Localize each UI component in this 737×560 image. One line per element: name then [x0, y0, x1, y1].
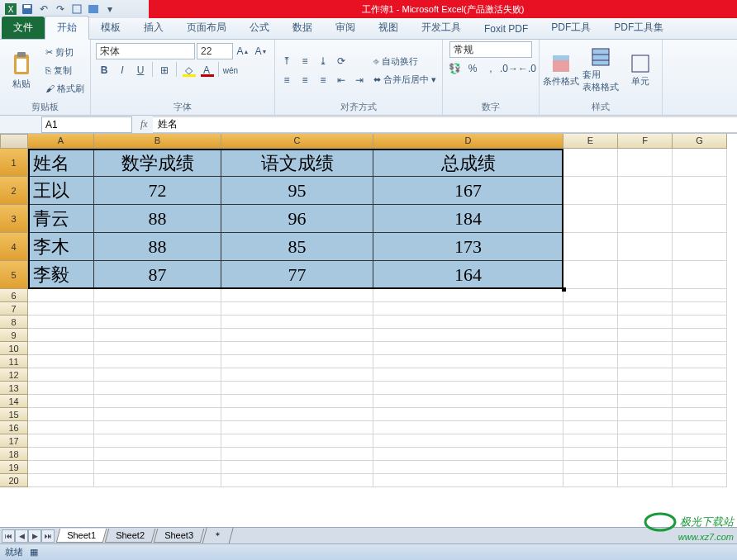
empty-cell[interactable]: [373, 289, 563, 302]
data-cell[interactable]: 87: [94, 261, 221, 289]
empty-cell[interactable]: [563, 434, 618, 448]
empty-cell[interactable]: [618, 177, 673, 205]
empty-cell[interactable]: [221, 408, 373, 421]
row-header[interactable]: 15: [0, 408, 28, 421]
data-cell[interactable]: 姓名: [28, 149, 94, 177]
empty-cell[interactable]: [563, 382, 618, 395]
empty-cell[interactable]: [373, 302, 563, 316]
row-header[interactable]: 16: [0, 421, 28, 434]
empty-cell[interactable]: [673, 177, 727, 205]
empty-cell[interactable]: [28, 355, 94, 368]
decrease-font-icon[interactable]: A▼: [253, 43, 269, 59]
tab-template[interactable]: 模板: [89, 17, 132, 39]
empty-cell[interactable]: [563, 448, 618, 461]
cut-button[interactable]: ✂剪切: [43, 44, 87, 60]
row-header[interactable]: 6: [0, 289, 28, 302]
empty-cell[interactable]: [221, 316, 373, 329]
redo-icon[interactable]: ↷: [53, 2, 68, 17]
data-cell[interactable]: 数学成绩: [94, 149, 221, 177]
empty-cell[interactable]: [673, 355, 727, 368]
undo-icon[interactable]: ↶: [36, 2, 51, 17]
empty-cell[interactable]: [221, 342, 373, 355]
empty-cell[interactable]: [563, 329, 618, 342]
empty-cell[interactable]: [673, 395, 727, 408]
comma-icon[interactable]: ,: [483, 60, 499, 77]
row-header[interactable]: 19: [0, 461, 28, 474]
empty-cell[interactable]: [673, 342, 727, 355]
empty-cell[interactable]: [618, 368, 673, 382]
empty-cell[interactable]: [221, 448, 373, 461]
row-header[interactable]: 14: [0, 395, 28, 408]
font-color-button[interactable]: A: [198, 62, 215, 78]
row-header[interactable]: 9: [0, 329, 28, 342]
row-header[interactable]: 2: [0, 177, 28, 205]
table-format-button[interactable]: 套用 表格格式: [582, 43, 619, 97]
sheet-nav-first-icon[interactable]: ⏮: [2, 529, 15, 543]
empty-cell[interactable]: [94, 355, 221, 368]
empty-cell[interactable]: [673, 421, 727, 434]
tab-review[interactable]: 审阅: [324, 17, 367, 39]
col-header-A[interactable]: A: [28, 134, 94, 149]
empty-cell[interactable]: [618, 316, 673, 329]
underline-button[interactable]: U: [132, 62, 149, 78]
data-cell[interactable]: 173: [373, 233, 563, 261]
empty-cell[interactable]: [618, 205, 673, 233]
empty-cell[interactable]: [94, 302, 221, 316]
tab-data[interactable]: 数据: [281, 17, 324, 39]
empty-cell[interactable]: [563, 461, 618, 474]
empty-cell[interactable]: [618, 448, 673, 461]
empty-cell[interactable]: [221, 461, 373, 474]
empty-cell[interactable]: [618, 342, 673, 355]
empty-cell[interactable]: [373, 329, 563, 342]
qat-icon-1[interactable]: [69, 2, 84, 17]
tab-foxit[interactable]: Foxit PDF: [473, 19, 540, 39]
empty-cell[interactable]: [28, 329, 94, 342]
empty-cell[interactable]: [28, 342, 94, 355]
empty-cell[interactable]: [673, 289, 727, 302]
empty-cell[interactable]: [673, 368, 727, 382]
paste-button[interactable]: 粘贴: [3, 43, 40, 97]
data-cell[interactable]: 77: [221, 261, 373, 289]
row-header[interactable]: 3: [0, 205, 28, 233]
data-cell[interactable]: 85: [221, 233, 373, 261]
empty-cell[interactable]: [673, 329, 727, 342]
empty-cell[interactable]: [618, 421, 673, 434]
border-button[interactable]: ⊞: [156, 62, 173, 78]
data-cell[interactable]: 李木: [28, 233, 94, 261]
empty-cell[interactable]: [618, 149, 673, 177]
col-header-E[interactable]: E: [563, 134, 618, 149]
empty-cell[interactable]: [673, 233, 727, 261]
conditional-format-button[interactable]: 条件格式: [543, 43, 579, 97]
empty-cell[interactable]: [563, 302, 618, 316]
row-header[interactable]: 13: [0, 382, 28, 395]
empty-cell[interactable]: [563, 342, 618, 355]
data-cell[interactable]: 72: [94, 177, 221, 205]
empty-cell[interactable]: [618, 233, 673, 261]
empty-cell[interactable]: [373, 474, 563, 487]
empty-cell[interactable]: [28, 461, 94, 474]
empty-cell[interactable]: [563, 408, 618, 421]
sheet-tab[interactable]: Sheet1: [56, 529, 107, 543]
empty-cell[interactable]: [94, 448, 221, 461]
copy-button[interactable]: ⎘复制: [43, 62, 87, 78]
merge-center-button[interactable]: ⬌合并后居中 ▾: [371, 71, 439, 88]
data-cell[interactable]: 167: [373, 177, 563, 205]
col-header-D[interactable]: D: [373, 134, 563, 149]
save-icon[interactable]: [20, 2, 35, 17]
indent-dec-icon[interactable]: ⇤: [333, 72, 349, 88]
empty-cell[interactable]: [563, 355, 618, 368]
row-header[interactable]: 11: [0, 355, 28, 368]
empty-cell[interactable]: [373, 368, 563, 382]
data-cell[interactable]: 184: [373, 205, 563, 233]
empty-cell[interactable]: [94, 474, 221, 487]
empty-cell[interactable]: [673, 382, 727, 395]
align-bottom-icon[interactable]: ⤓: [315, 53, 331, 69]
empty-cell[interactable]: [94, 408, 221, 421]
tab-formula[interactable]: 公式: [238, 17, 281, 39]
sheet-tab[interactable]: Sheet3: [153, 529, 203, 543]
col-header-B[interactable]: B: [94, 134, 221, 149]
row-header[interactable]: 4: [0, 233, 28, 261]
empty-cell[interactable]: [563, 395, 618, 408]
data-cell[interactable]: 95: [221, 177, 373, 205]
decimal-dec-icon[interactable]: ←.0: [519, 60, 535, 77]
